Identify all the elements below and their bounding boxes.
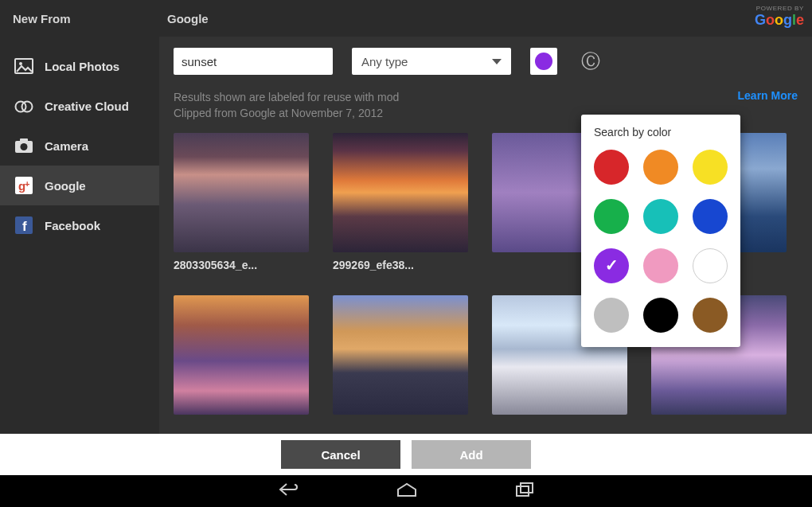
color-filter-button[interactable]: [530, 48, 557, 75]
sidebar-item-label: Local Photos: [45, 60, 119, 73]
photo-icon: [13, 57, 35, 75]
color-popover: Search by color ✓: [581, 115, 740, 347]
sidebar-item-label: Facebook: [45, 219, 100, 232]
result-item[interactable]: 2803305634_e...: [174, 133, 309, 271]
sidebar-item-label: Google: [45, 179, 86, 193]
svg-text:+: +: [25, 179, 29, 189]
header-section-title: Google: [159, 12, 209, 25]
color-swatch[interactable]: ✓: [594, 248, 629, 283]
creative-cloud-icon: [13, 97, 35, 115]
svg-rect-5: [20, 138, 28, 142]
header-new-from: New From: [0, 12, 159, 25]
svg-rect-12: [517, 486, 529, 496]
result-item[interactable]: [333, 295, 468, 415]
type-dropdown-label: Any type: [361, 55, 408, 68]
sidebar-item-label: Camera: [45, 139, 88, 153]
svg-point-1: [19, 62, 22, 65]
google-logo: Google: [755, 12, 804, 29]
color-swatch[interactable]: [594, 150, 629, 185]
sidebar-item-label: Creative Cloud: [45, 99, 129, 113]
result-thumbnail: [333, 133, 468, 252]
selected-color-swatch: [535, 53, 552, 70]
result-filename: 2803305634_e...: [174, 259, 309, 271]
powered-by-google: POWERED BY Google: [755, 5, 804, 29]
result-item[interactable]: 299269_efe38...: [333, 133, 468, 271]
color-swatch[interactable]: [643, 150, 678, 185]
color-swatch[interactable]: [594, 298, 629, 333]
result-thumbnail: [174, 133, 309, 252]
facebook-icon: f: [13, 216, 35, 234]
search-input[interactable]: [174, 48, 333, 75]
color-swatch-grid: ✓: [594, 150, 728, 333]
back-icon[interactable]: [277, 482, 299, 501]
color-swatch[interactable]: [643, 248, 678, 283]
sidebar-item-local-photos[interactable]: Local Photos: [0, 46, 159, 86]
sidebar-item-camera[interactable]: Camera: [0, 126, 159, 166]
svg-rect-13: [521, 483, 533, 493]
recent-apps-icon[interactable]: [514, 482, 535, 501]
sidebar-item-facebook[interactable]: f Facebook: [0, 205, 159, 245]
results-info: Results shown are labeled for reuse with…: [174, 89, 399, 122]
result-item[interactable]: [174, 295, 309, 415]
result-thumbnail: [333, 295, 468, 415]
svg-text:f: f: [22, 219, 27, 234]
type-dropdown[interactable]: Any type: [352, 48, 511, 75]
add-button[interactable]: Add: [412, 440, 531, 469]
camera-icon: [13, 137, 35, 154]
sidebar-item-google[interactable]: g+ Google: [0, 166, 159, 205]
color-popover-title: Search by color: [594, 126, 728, 138]
home-icon[interactable]: [395, 482, 419, 501]
chevron-down-icon: [492, 59, 502, 64]
result-filename: 299269_efe38...: [333, 259, 468, 271]
result-thumbnail: [174, 295, 309, 415]
color-swatch[interactable]: [693, 298, 728, 333]
learn-more-link[interactable]: Learn More: [738, 89, 798, 102]
color-swatch[interactable]: [643, 199, 678, 234]
svg-point-6: [21, 143, 28, 150]
svg-point-3: [22, 102, 33, 112]
google-plus-icon: g+: [13, 177, 35, 194]
color-swatch[interactable]: [693, 248, 728, 283]
copyright-icon[interactable]: Ⓒ: [581, 49, 600, 74]
footer-bar: Cancel Add: [0, 434, 812, 475]
color-swatch[interactable]: [693, 199, 728, 234]
android-nav-bar: [0, 475, 812, 507]
color-swatch[interactable]: [594, 199, 629, 234]
check-icon: ✓: [605, 255, 619, 275]
powered-label: POWERED BY: [755, 5, 804, 12]
color-swatch[interactable]: [693, 150, 728, 185]
source-sidebar: Local Photos Creative Cloud Camera g+ Go…: [0, 37, 159, 435]
cancel-button[interactable]: Cancel: [281, 440, 400, 469]
sidebar-item-creative-cloud[interactable]: Creative Cloud: [0, 86, 159, 126]
color-swatch[interactable]: [643, 298, 678, 333]
